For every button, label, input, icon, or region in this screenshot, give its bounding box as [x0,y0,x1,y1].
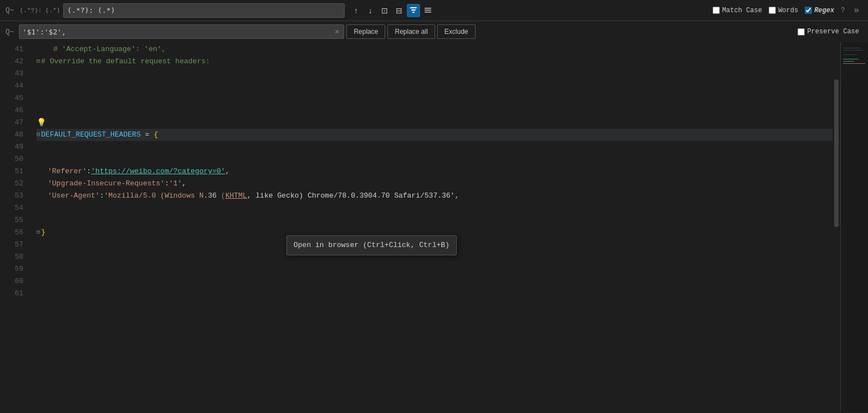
find-split-button[interactable]: ⊟ [392,4,406,17]
code-line-46 [37,104,832,117]
code-line-54 [37,202,832,214]
line-num-58: 58 [0,251,23,263]
svg-rect-5 [425,12,431,13]
line-num-56: 56 [0,226,23,239]
words-option[interactable]: Words [769,7,798,14]
code-line-60 [37,275,832,288]
scrollbar-thumb[interactable] [834,79,839,227]
code-line-43 [37,68,832,80]
line-num-60: 60 [0,275,23,288]
line-num-53: 53 [0,190,23,202]
preserve-case-label: Preserve Case [807,28,859,36]
replace-all-button[interactable]: Replace all [387,24,435,39]
find-prev-button[interactable]: ↑ [349,4,362,17]
line-num-55: 55 [0,214,23,226]
line-56-brace: } [41,226,46,239]
code-line-45 [37,92,832,104]
help-icon[interactable]: ? [841,7,845,14]
line-41-text: # 'Accept-Language': 'en', [53,43,166,56]
find-row: Q~ (.*?): (.*) ↑ ↓ ⊡ ⊟ [0,0,868,21]
find-input[interactable] [67,6,341,14]
svg-rect-9 [843,59,859,59]
chevron-right-icon[interactable]: » [854,6,859,16]
code-line-61 [37,288,832,300]
code-line-48: ⊟ DEFAULT_REQUEST_HEADERS = { [37,129,832,141]
preserve-case-group: Preserve Case [798,28,865,36]
find-search-icon: Q~ [3,6,17,14]
line-num-59: 59 [0,263,23,275]
tooltip-text: Open in browser (Ctrl+Click, Ctrl+B) [294,241,450,249]
line-num-61: 61 [0,288,23,300]
regex-checkbox[interactable] [805,7,812,14]
line-53-val-start: 'Mozilla/5.0 (Windows N [104,190,203,202]
line-num-42: 42 [0,56,23,68]
code-line-41: # 'Accept-Language': 'en', [37,43,832,56]
line-num-57: 57 [0,239,23,251]
code-line-53: 'User-Agent' : 'Mozilla/5.0 (Windows N .… [37,190,832,202]
match-case-checkbox[interactable] [713,7,720,14]
replace-row: Q~ × Replace Replace all Exclude Preserv… [0,21,868,42]
words-checkbox[interactable] [769,7,776,14]
fold-42-icon[interactable]: ⊟ [37,56,40,68]
scrollbar-track[interactable] [832,42,840,412]
code-line-44 [37,80,832,92]
line-num-52: 52 [0,178,23,190]
regex-label: Regex [814,7,834,14]
regex-option[interactable]: Regex [805,7,834,14]
code-line-51: 'Referer' : 'https://weibo.com/?category… [37,165,832,178]
match-case-option[interactable]: Match Case [713,7,762,14]
svg-rect-10 [843,61,854,62]
svg-rect-8 [843,54,857,55]
svg-rect-3 [425,8,431,9]
editor-area: 41 42 43 44 45 46 47 48 49 50 51 52 53 5… [0,42,868,412]
options-group: Match Case Words Regex ? » [713,6,865,16]
svg-rect-1 [411,9,416,11]
minimap [840,42,868,412]
fold-48-icon[interactable]: ⊟ [37,129,40,141]
line-num-49: 49 [0,141,23,153]
preserve-case-option[interactable]: Preserve Case [798,28,859,36]
svg-rect-6 [843,48,860,48]
line-num-41: 41 [0,43,23,56]
replace-clear-button[interactable]: × [334,27,340,36]
code-line-42: ⊟ # Override the default request headers… [37,56,832,68]
line-53-key: 'User-Agent' [48,190,100,202]
svg-rect-2 [412,12,415,13]
match-case-label: Match Case [722,7,762,14]
exclude-button[interactable]: Exclude [437,24,476,39]
code-line-55 [37,214,832,226]
find-replace-bar: Q~ (.*?): (.*) ↑ ↓ ⊡ ⊟ [0,0,868,42]
line-num-48: 48 [0,129,23,141]
line-53-rest: .36 [204,190,221,202]
code-content: # 'Accept-Language': 'en', ⊟ # Override … [31,42,832,412]
replace-button[interactable]: Replace [346,24,385,39]
find-filter-button[interactable] [407,4,420,17]
code-line-50 [37,153,832,165]
svg-rect-11 [843,63,865,64]
words-label: Words [778,7,798,14]
find-next-button[interactable]: ↓ [364,4,377,17]
code-line-59 [37,263,832,275]
find-input-wrapper [63,3,345,18]
find-regex-hint: (.*?): (.*) [19,7,62,14]
line-num-50: 50 [0,153,23,165]
line-num-46: 46 [0,104,23,117]
line-51-url[interactable]: 'https://weibo.com/?category=0' [91,165,225,178]
find-lines-button[interactable] [421,4,435,17]
fold-56-icon[interactable]: ⊟ [37,226,40,239]
lightbulb-icon[interactable]: 💡 [37,117,46,129]
preserve-case-checkbox[interactable] [798,28,805,36]
replace-input[interactable] [23,28,334,36]
line-num-44: 44 [0,80,23,92]
tooltip-popup: Open in browser (Ctrl+Click, Ctrl+B) [286,235,457,255]
line-num-45: 45 [0,92,23,104]
line-num-51: 51 [0,165,23,178]
code-line-49 [37,141,832,153]
line-52-val: '1' [169,178,181,190]
replace-input-wrapper: × [19,24,345,39]
line-42-text: # Override the default request headers: [41,56,210,68]
line-num-54: 54 [0,202,23,214]
replace-search-icon: Q~ [3,28,17,36]
find-toggle-wrap-button[interactable]: ⊡ [378,4,391,17]
svg-rect-0 [410,7,417,8]
